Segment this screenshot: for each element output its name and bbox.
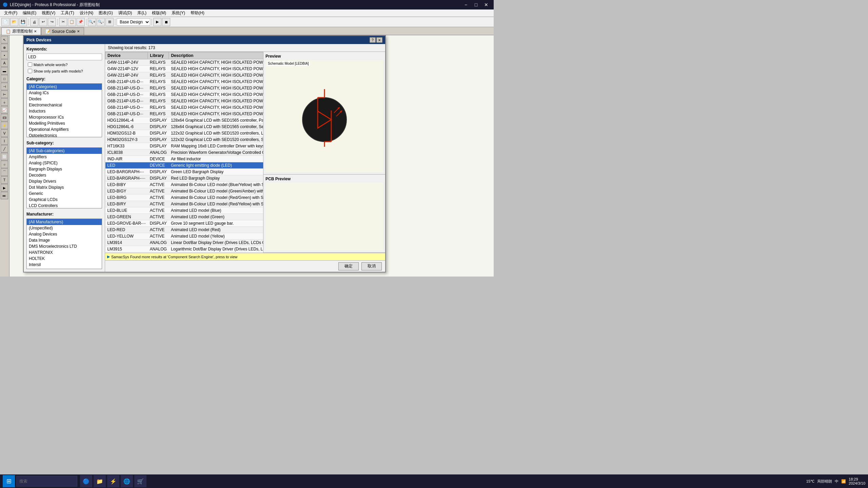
subcategory-item-decoders[interactable]: Decoders <box>27 172 102 178</box>
category-item-electromechanical[interactable]: Electromechanical <box>27 102 102 108</box>
minimize-button[interactable]: − <box>461 1 471 8</box>
tb-zoom-out[interactable]: 🔍- <box>97 18 105 26</box>
table-row[interactable]: LED-BIRG ACTIVE Animated Bi-Colour LED m… <box>105 195 263 201</box>
tb-zoom-in[interactable]: 🔍+ <box>88 18 96 26</box>
lt-step[interactable]: ⏭ <box>1 192 8 199</box>
tab-schematic[interactable]: 📋 原理图绘制 ✕ <box>1 27 41 35</box>
table-row[interactable]: HDG12864L-6 DISPLAY 128x64 Graphical LCD… <box>105 124 263 130</box>
tb-cut[interactable]: ✂ <box>59 18 67 26</box>
maximize-button[interactable]: □ <box>471 1 481 8</box>
lt-current-probe[interactable]: I <box>1 137 8 145</box>
manufacturer-item-unspecified[interactable]: (Unspecified) <box>27 225 102 231</box>
lt-subcircuit[interactable]: □ <box>1 75 8 82</box>
tb-open[interactable]: 📂 <box>10 18 18 26</box>
dialog-status-bar[interactable]: ▶ SamacSys Found more results at 'Compon… <box>105 253 385 260</box>
menu-view[interactable]: 视图(V) <box>39 9 58 17</box>
lt-box[interactable]: ⬜ <box>1 153 8 160</box>
table-row[interactable]: LM3915 ANALOG Logarithmic Dot/Bar Displa… <box>105 246 263 252</box>
ok-button[interactable]: 确定 <box>338 262 359 270</box>
lt-arc[interactable]: ⌒ <box>1 168 8 176</box>
lt-line[interactable]: ╱ <box>1 145 8 152</box>
category-item-diodes[interactable]: Diodes <box>27 96 102 102</box>
table-row[interactable]: G4W-1114P-24V RELAYS SEALED HIGH CAPACIT… <box>105 59 263 66</box>
category-listbox[interactable]: (All Categories) Analog ICs Diodes Elect… <box>26 83 102 137</box>
tb-print[interactable]: 🖨 <box>30 18 38 26</box>
table-row[interactable]: LED-BLUE ACTIVE Animated LED model (Blue… <box>105 207 263 214</box>
subcategory-item-bargraph[interactable]: Bargraph Displays <box>27 166 102 172</box>
table-row[interactable]: G4W-2214P-24V RELAYS SEALED HIGH CAPACIT… <box>105 72 263 79</box>
subcategory-item-amplifiers[interactable]: Amplifiers <box>27 154 102 160</box>
match-whole-words-checkbox[interactable] <box>28 62 32 67</box>
table-row[interactable]: G6B-2114P-US-D··· RELAYS SEALED HIGH CAP… <box>105 85 263 92</box>
base-design-select[interactable]: Base Design <box>117 18 150 26</box>
manufacturer-item-dms[interactable]: DMS Microelectronics LTD <box>27 243 102 249</box>
table-row[interactable]: LED-RED ACTIVE Animated LED model (Red) <box>105 227 263 233</box>
lt-graph[interactable]: 📈 <box>1 106 8 114</box>
tb-stop[interactable]: ⏹ <box>162 18 170 26</box>
subcategory-item-dot-matrix[interactable]: Dot Matrix Displays <box>27 184 102 190</box>
table-row[interactable]: LM3914 ANALOG Linear Dot/Bar Display Dri… <box>105 240 263 246</box>
lt-wire-label[interactable]: A <box>1 59 8 67</box>
lt-voltage-probe[interactable]: V <box>1 129 8 137</box>
table-row[interactable]: LED-YELLOW ACTIVE Animated LED model (Ye… <box>105 233 263 240</box>
lt-power[interactable]: ⏚ <box>1 98 8 106</box>
tb-run[interactable]: ▶ <box>153 18 161 26</box>
table-row[interactable]: HDM32GS12-B DISPLAY 122x32 Graphical LCD… <box>105 130 263 137</box>
lt-play[interactable]: ▶ <box>1 184 8 191</box>
table-row[interactable]: G4W-2214P-12V RELAYS SEALED HIGH CAPACIT… <box>105 66 263 72</box>
category-item-op-amps[interactable]: Operational Amplifiers <box>27 126 102 133</box>
lt-generator[interactable]: ⚡ <box>1 122 8 129</box>
lt-junction[interactable]: • <box>1 52 8 59</box>
table-row[interactable]: LED DEVICE Generic light emitting diode … <box>105 162 263 169</box>
menu-debug[interactable]: 调试(D) <box>116 9 135 17</box>
menu-file[interactable]: 文件(F) <box>1 9 20 17</box>
manufacturer-item-holtek[interactable]: HOLTEK <box>27 256 102 262</box>
tb-fit[interactable]: ⊞ <box>105 18 114 26</box>
manufacturer-item-all[interactable]: (All Manufacturers) <box>27 219 102 225</box>
category-item-modelling[interactable]: Modelling Primitives <box>27 120 102 126</box>
category-item-all[interactable]: (All Categories) <box>27 84 102 90</box>
menu-library[interactable]: 库(L) <box>135 9 149 17</box>
manufacturer-listbox[interactable]: (All Manufacturers) (Unspecified) Analog… <box>26 219 102 269</box>
subcategory-item-graphical-lcds[interactable]: Graphical LCDs <box>27 197 102 203</box>
close-button[interactable]: ✕ <box>481 1 491 8</box>
manufacturer-item-hantronix[interactable]: HANTRONIX <box>27 249 102 256</box>
category-item-analog-ics[interactable]: Analog ICs <box>27 90 102 96</box>
menu-system[interactable]: 系统(Y) <box>169 9 188 17</box>
subcategory-item-lcd-controllers[interactable]: LCD Controllers <box>27 203 102 208</box>
table-row[interactable]: LED-BIGY ACTIVE Animated Bi-Colour LED m… <box>105 188 263 195</box>
table-row[interactable]: IND-AIR DEVICE Air filled inductor <box>105 156 263 162</box>
tab-source-close[interactable]: ✕ <box>77 29 80 33</box>
subcategory-item-analog-spice[interactable]: Analog (SPICE) <box>27 160 102 166</box>
manufacturer-item-intersil[interactable]: Intersil <box>27 262 102 268</box>
tab-source[interactable]: 📝 Source Code ✕ <box>41 27 84 35</box>
tab-schematic-close[interactable]: ✕ <box>34 29 37 33</box>
keywords-input[interactable] <box>26 54 102 60</box>
subcategory-item-generic[interactable]: Generic <box>27 190 102 197</box>
schematic-area[interactable]: Pick Devices ? ✕ Keywords: <box>9 35 494 277</box>
lt-circle[interactable]: ○ <box>1 161 8 168</box>
category-item-optoelectronics[interactable]: Optoelectronics <box>27 133 102 137</box>
cancel-button[interactable]: 取消 <box>361 262 382 270</box>
manufacturer-item-analog[interactable]: Analog Devices <box>27 231 102 237</box>
lt-port[interactable]: ⊢ <box>1 90 8 98</box>
lt-bus[interactable]: ▬ <box>1 67 8 75</box>
tb-paste[interactable]: 📌 <box>77 18 85 26</box>
table-row[interactable]: HDG12864L-4 DISPLAY 128x64 Graphical LCD… <box>105 117 263 124</box>
lt-component[interactable]: ⊕ <box>1 44 8 51</box>
menu-tools[interactable]: 工具(T) <box>58 9 77 17</box>
results-table-container[interactable]: Device Library Description G4W-1114P-24V… <box>105 52 263 253</box>
table-row[interactable]: LED-GROVE-BAR-··· DISPLAY Grove 10 segme… <box>105 220 263 227</box>
subcategory-item-all[interactable]: (All Sub-categories) <box>27 148 102 154</box>
table-row[interactable]: LED-BARGRAPH-···· DISPLAY Red LED Bargra… <box>105 175 263 182</box>
tb-undo[interactable]: ↩ <box>39 18 47 26</box>
table-row[interactable]: LED-BIRY ACTIVE Animated Bi-Colour LED m… <box>105 201 263 207</box>
table-row[interactable]: G6B-2114P-US-D··· RELAYS SEALED HIGH CAP… <box>105 104 263 111</box>
category-item-microprocessor[interactable]: Microprocessor ICs <box>27 114 102 120</box>
table-row[interactable]: HT16K33 DISPLAY RAM Mapping 16x8 LED Con… <box>105 143 263 149</box>
lt-select[interactable]: ↖ <box>1 36 8 43</box>
manufacturer-item-data-image[interactable]: Data Image <box>27 237 102 243</box>
show-only-models-checkbox[interactable] <box>28 69 32 73</box>
lt-terminal[interactable]: ⊣ <box>1 83 8 90</box>
tb-redo[interactable]: ↪ <box>48 18 56 26</box>
